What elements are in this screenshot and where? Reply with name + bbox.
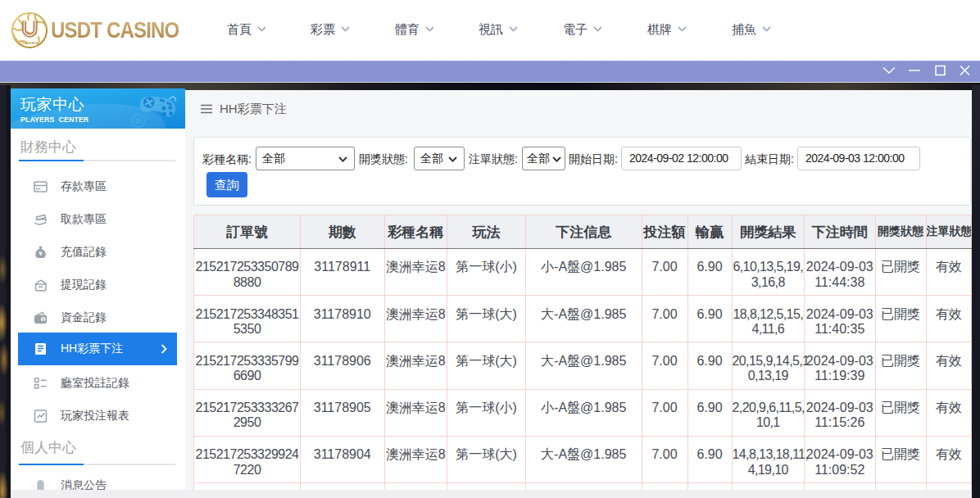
svg-text:CASINO: CASINO <box>22 41 39 45</box>
svg-text:¥: ¥ <box>39 250 43 257</box>
svg-text:¥: ¥ <box>42 318 44 322</box>
